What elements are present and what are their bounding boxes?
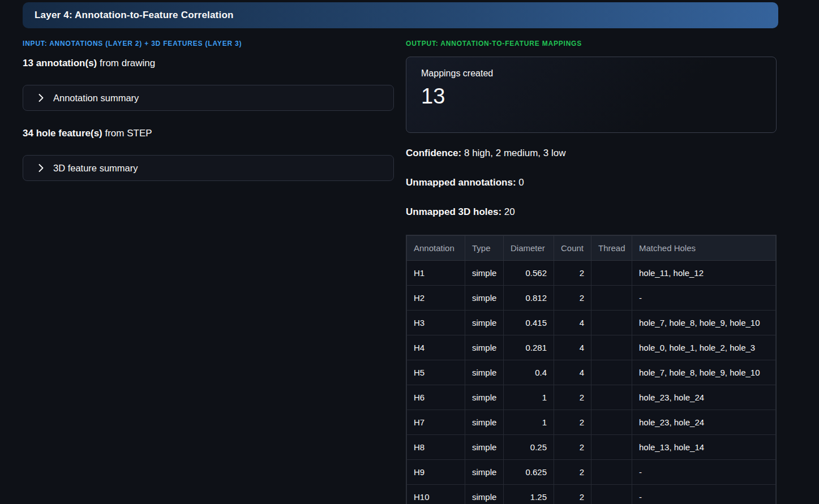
features-source: from STEP — [102, 128, 152, 139]
table-cell-annotation: H8 — [407, 435, 465, 460]
output-section-label: OUTPUT: ANNOTATION-TO-FEATURE MAPPINGS — [406, 40, 777, 48]
unmapped-annotations-line: Unmapped annotations: 0 — [406, 176, 777, 189]
table-cell-type: simple — [465, 435, 504, 460]
annotations-count-line: 13 annotation(s) from drawing — [23, 57, 394, 70]
table-cell-annotation: H5 — [407, 360, 465, 385]
mappings-table-container[interactable]: AnnotationTypeDiameterCountThreadMatched… — [406, 235, 777, 504]
metric-value: 13 — [421, 83, 776, 109]
column-header-count[interactable]: Count — [554, 236, 591, 261]
table-cell-thread — [591, 410, 632, 435]
table-cell-diameter: 0.25 — [504, 435, 554, 460]
table-cell-diameter: 0.562 — [504, 261, 554, 286]
features-count: 34 hole feature(s) — [23, 128, 102, 139]
table-cell-annotation: H9 — [407, 460, 465, 485]
table-cell-diameter: 1 — [504, 385, 554, 410]
annotations-source: from drawing — [97, 58, 155, 68]
table-row: H2simple0.8122- — [407, 286, 776, 311]
table-cell-diameter: 1.25 — [504, 485, 554, 504]
table-cell-diameter: 0.812 — [504, 286, 554, 311]
column-header-thread[interactable]: Thread — [591, 236, 632, 261]
table-row: H3simple0.4154hole_7, hole_8, hole_9, ho… — [407, 311, 776, 335]
column-header-annotation[interactable]: Annotation — [407, 236, 465, 261]
annotations-count: 13 annotation(s) — [23, 58, 97, 68]
table-cell-type: simple — [465, 311, 504, 335]
table-cell-count: 2 — [554, 435, 591, 460]
table-cell-annotation: H7 — [407, 410, 465, 435]
table-cell-diameter: 0.281 — [504, 335, 554, 360]
unmapped-annotations-value: 0 — [516, 177, 524, 188]
column-header-diameter[interactable]: Diameter — [504, 236, 554, 261]
mappings-table: AnnotationTypeDiameterCountThreadMatched… — [406, 235, 776, 504]
table-cell-annotation: H1 — [407, 261, 465, 286]
table-cell-annotation: H4 — [407, 335, 465, 360]
table-cell-diameter: 0.415 — [504, 311, 554, 335]
table-cell-count: 2 — [554, 261, 591, 286]
table-cell-type: simple — [465, 360, 504, 385]
table-cell-matched-holes: hole_23, hole_24 — [632, 385, 776, 410]
confidence-value: 8 high, 2 medium, 3 low — [461, 148, 565, 158]
table-cell-matched-holes: hole_13, hole_14 — [632, 435, 776, 460]
main-columns: INPUT: ANNOTATIONS (LAYER 2) + 3D FEATUR… — [23, 40, 777, 504]
chevron-right-icon — [38, 164, 44, 172]
annotation-summary-expander[interactable]: Annotation summary — [23, 85, 394, 111]
table-cell-matched-holes: - — [632, 485, 776, 504]
feature-summary-expander[interactable]: 3D feature summary — [23, 155, 394, 181]
table-cell-thread — [591, 311, 632, 335]
unmapped-holes-value: 20 — [501, 206, 515, 217]
table-row: H5simple0.44hole_7, hole_8, hole_9, hole… — [407, 360, 776, 385]
table-cell-annotation: H10 — [407, 485, 465, 504]
chevron-right-icon — [38, 94, 44, 102]
column-header-type[interactable]: Type — [465, 236, 504, 261]
table-cell-matched-holes: - — [632, 286, 776, 311]
table-cell-type: simple — [465, 335, 504, 360]
table-row: H8simple0.252hole_13, hole_14 — [407, 435, 776, 460]
table-row: H7simple12hole_23, hole_24 — [407, 410, 776, 435]
confidence-label: Confidence: — [406, 148, 461, 158]
table-row: H9simple0.6252- — [407, 460, 776, 485]
table-cell-thread — [591, 360, 632, 385]
table-cell-thread — [591, 460, 632, 485]
table-cell-thread — [591, 385, 632, 410]
features-count-line: 34 hole feature(s) from STEP — [23, 127, 394, 140]
table-cell-thread — [591, 261, 632, 286]
confidence-line: Confidence: 8 high, 2 medium, 3 low — [406, 147, 777, 160]
table-cell-count: 4 — [554, 335, 591, 360]
input-section-label: INPUT: ANNOTATIONS (LAYER 2) + 3D FEATUR… — [23, 40, 394, 48]
table-row: H6simple12hole_23, hole_24 — [407, 385, 776, 410]
feature-summary-label: 3D feature summary — [53, 163, 138, 174]
table-row: H1simple0.5622hole_11, hole_12 — [407, 261, 776, 286]
table-cell-matched-holes: hole_7, hole_8, hole_9, hole_10 — [632, 360, 776, 385]
table-cell-type: simple — [465, 261, 504, 286]
table-cell-thread — [591, 286, 632, 311]
table-row: H4simple0.2814hole_0, hole_1, hole_2, ho… — [407, 335, 776, 360]
layer-header-banner: Layer 4: Annotation-to-Feature Correlati… — [23, 2, 778, 28]
table-cell-thread — [591, 485, 632, 504]
table-cell-diameter: 1 — [504, 410, 554, 435]
input-column: INPUT: ANNOTATIONS (LAYER 2) + 3D FEATUR… — [23, 40, 394, 504]
table-cell-count: 4 — [554, 360, 591, 385]
table-header-row: AnnotationTypeDiameterCountThreadMatched… — [407, 236, 776, 261]
mappings-created-card: Mappings created 13 — [406, 57, 777, 133]
table-cell-annotation: H3 — [407, 311, 465, 335]
table-cell-annotation: H6 — [407, 385, 465, 410]
column-header-matched-holes[interactable]: Matched Holes — [632, 236, 776, 261]
table-cell-count: 2 — [554, 410, 591, 435]
table-cell-count: 2 — [554, 286, 591, 311]
table-cell-matched-holes: hole_0, hole_1, hole_2, hole_3 — [632, 335, 776, 360]
page: Layer 4: Annotation-to-Feature Correlati… — [0, 0, 819, 504]
unmapped-holes-label: Unmapped 3D holes: — [406, 206, 501, 217]
table-cell-diameter: 0.625 — [504, 460, 554, 485]
unmapped-annotations-label: Unmapped annotations: — [406, 177, 516, 188]
table-cell-thread — [591, 435, 632, 460]
unmapped-holes-line: Unmapped 3D holes: 20 — [406, 205, 777, 219]
table-cell-thread — [591, 335, 632, 360]
table-cell-type: simple — [465, 385, 504, 410]
table-row: H10simple1.252- — [407, 485, 776, 504]
table-cell-diameter: 0.4 — [504, 360, 554, 385]
metric-label: Mappings created — [421, 68, 776, 79]
table-cell-count: 2 — [554, 460, 591, 485]
table-cell-count: 4 — [554, 311, 591, 335]
table-cell-count: 2 — [554, 485, 591, 504]
page-title: Layer 4: Annotation-to-Feature Correlati… — [35, 10, 234, 21]
table-cell-matched-holes: hole_11, hole_12 — [632, 261, 776, 286]
